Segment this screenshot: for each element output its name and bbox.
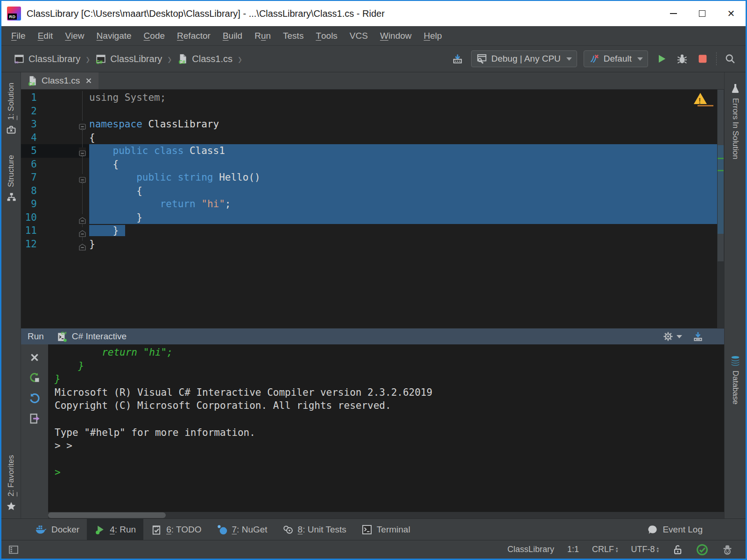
console-line-echo: } [55,372,724,386]
hide-panel-icon[interactable] [692,331,704,342]
menu-tests[interactable]: Tests [277,26,310,45]
inspections-status-icon[interactable] [696,544,708,556]
breadcrumb-item[interactable]: C#ClassLibrary [93,52,164,65]
toolwindow-button-label: Database [731,371,740,405]
csharp-interactive-tab[interactable]: C# C# Interactive [56,330,127,343]
toolwindow-button-terminal[interactable]: Terminal [354,519,418,540]
line-number: 6 [21,158,37,171]
main-toolbar: ∞ClassLibrary›C#ClassLibrary›C#Class1.cs… [1,46,746,72]
rerun-icon[interactable] [28,371,41,384]
search-everywhere-button[interactable] [723,52,737,66]
menu-refactor[interactable]: Refactor [171,26,217,45]
menu-vcs[interactable]: VCS [344,26,374,45]
menu-file[interactable]: File [5,26,32,45]
fold-start-icon[interactable] [79,174,86,181]
menu-window[interactable]: Window [374,26,418,45]
maximize-button[interactable] [688,1,717,26]
fold-end-icon[interactable] [79,214,86,221]
menu-tools[interactable]: Tools [310,26,343,45]
line-number: 8 [21,184,37,198]
toolwindow-button-7-nuget[interactable]: 7: NuGet [209,519,275,540]
editor-gutter[interactable]: 4 [21,131,89,145]
console-line-echo: return "hi"; [55,346,724,359]
run-panel-header-actions [662,331,704,342]
menu-run[interactable]: Run [248,26,277,45]
editor-gutter[interactable]: 5 [21,144,89,158]
toolwindow-button-6-todo[interactable]: 6: TODO [143,519,209,540]
toolwindow-button-errors-in-solution[interactable]: Errors In Solution [730,83,741,159]
editor-line: 6 { [21,158,717,171]
toolwindow-button-8-unit-tests[interactable]: 8: Unit Tests [275,519,354,540]
editor-gutter[interactable]: 3 [21,118,89,131]
reset-repl-icon[interactable] [28,392,41,404]
run-config-icon [476,53,487,64]
editor-scrollbar-error-stripe[interactable] [717,90,724,328]
close-button[interactable]: ✕ [717,1,746,26]
fold-end-icon[interactable] [79,241,86,248]
encoding-widget[interactable]: UTF-8 ▴▾ [631,545,659,554]
code-line-text: public class Class1 [89,144,717,158]
console-horizontal-scrollbar[interactable] [21,512,724,518]
menu-help[interactable]: Help [418,26,448,45]
toolwindow-button-label: Structure [7,155,16,187]
stop-button[interactable] [696,52,710,66]
breadcrumb-item[interactable]: ∞ClassLibrary [12,52,82,65]
settings-layer-value: Default [604,54,632,64]
run-configuration-selector[interactable]: Debug | Any CPU [471,50,577,67]
settings-gear-icon[interactable] [662,331,674,342]
csharp-interactive-console[interactable]: return "hi"; }}Microsoft (R) Visual C# I… [48,344,724,512]
menu-view[interactable]: View [59,26,90,45]
code-line-text: } [89,238,717,251]
window-controls: ✕ [659,1,746,26]
close-console-icon[interactable] [29,352,40,363]
toolwindow-button-event-log[interactable]: Event Log [640,519,710,540]
line-number: 12 [21,238,37,251]
toolwindow-button-1-solution[interactable]: 1: Solution [6,83,17,135]
csharp-interactive-icon: C# [56,330,68,343]
menu-build[interactable]: Build [217,26,248,45]
toolwindow-button-structure[interactable]: Structure [6,155,17,203]
editor-gutter[interactable]: 10 [21,211,89,224]
debug-button[interactable] [675,52,689,66]
code-editor[interactable]: 1using System;2 3namespace ClassLibrary4… [21,90,717,328]
fold-start-icon[interactable] [79,147,86,154]
hector-inspector-icon[interactable] [721,544,733,556]
toolwindow-button-4-run[interactable]: 4: Run [87,519,143,540]
editor-gutter[interactable]: 2 [21,105,89,118]
status-bar: ClassLibrary 1:1 CRLF ▴▾ UTF-8 ▴▾ [1,540,746,559]
toolwindow-button-docker[interactable]: Docker [28,519,87,540]
scrollbar-thumb[interactable] [48,512,166,518]
breadcrumb-item[interactable]: C#Class1.cs [175,52,234,65]
caret-position-widget[interactable]: 1:1 [567,545,579,554]
toolwindow-toggle-button[interactable] [8,544,19,555]
svg-text:C#: C# [179,59,185,64]
menu-navigate[interactable]: Navigate [91,26,138,45]
nuget-restore-button[interactable] [451,52,465,66]
fold-start-icon[interactable] [79,121,86,128]
tab-class1-cs[interactable]: C# Class1.cs [21,72,99,89]
lock-icon[interactable] [672,544,683,555]
updown-icon: ▴▾ [616,546,618,553]
editor-gutter[interactable]: 11 [21,224,89,238]
line-number: 10 [21,211,37,224]
toolwindow-button-2-favorites[interactable]: 2: Favorites [6,455,17,512]
minimize-button[interactable] [659,1,688,26]
editor-gutter[interactable]: 9 [21,197,89,211]
menu-edit[interactable]: Edit [32,26,59,45]
exit-session-icon[interactable] [28,413,41,425]
inspection-warning-indicator[interactable] [694,93,707,104]
editor-gutter[interactable]: 6 [21,158,89,171]
fold-end-icon[interactable] [79,227,86,234]
editor-gutter[interactable]: 12 [21,238,89,251]
tab-close-icon[interactable] [85,77,93,85]
editor-gutter[interactable]: 7 [21,171,89,184]
toolwindow-button-database[interactable]: Database [730,355,741,405]
editor-gutter[interactable]: 8 [21,184,89,198]
scrollbar-track[interactable] [48,512,724,518]
menu-code[interactable]: Code [138,26,171,45]
editor-gutter[interactable]: 1 [21,91,89,105]
settings-layer-selector[interactable]: Default [584,50,648,67]
csharp-interactive-label: C# Interactive [72,331,127,342]
line-ending-widget[interactable]: CRLF ▴▾ [592,545,618,554]
run-button[interactable] [655,52,669,66]
